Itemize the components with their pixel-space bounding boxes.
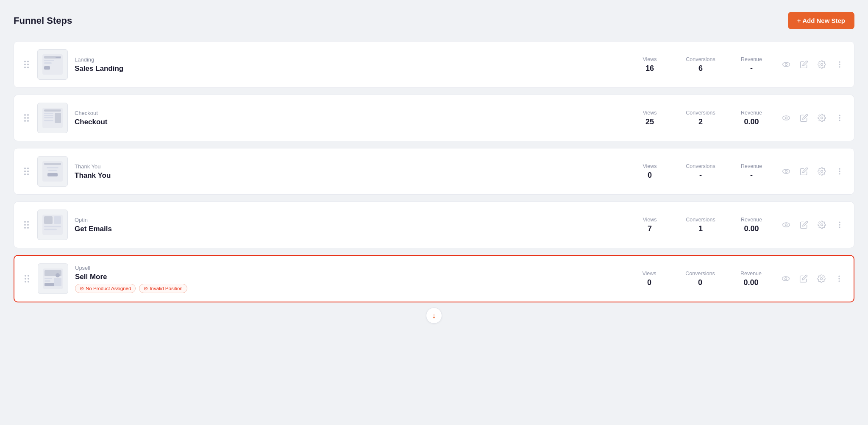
svg-point-31: [785, 171, 787, 173]
funnel-row-step-thankyou: Thank You Thank You Views 0 Conversions …: [14, 148, 854, 195]
views-label: Views: [643, 56, 657, 62]
views-label: Views: [643, 163, 657, 169]
svg-point-44: [839, 222, 840, 223]
revenue-stat: Revenue -: [734, 163, 768, 180]
edit-button[interactable]: [798, 220, 810, 230]
drag-handle[interactable]: [22, 59, 31, 70]
settings-button[interactable]: [816, 113, 828, 123]
svg-rect-40: [54, 216, 61, 224]
conversions-label: Conversions: [685, 271, 715, 277]
edit-button[interactable]: [798, 113, 810, 123]
svg-point-24: [839, 120, 840, 121]
warning-icon: ⊘: [80, 285, 84, 291]
views-value: 25: [645, 117, 654, 126]
svg-point-7: [785, 64, 787, 66]
more-button[interactable]: [833, 274, 845, 284]
revenue-stat: Revenue 0.00: [734, 110, 768, 126]
svg-point-42: [785, 224, 787, 226]
svg-point-23: [839, 117, 840, 118]
svg-point-43: [821, 224, 823, 226]
settings-button[interactable]: [815, 274, 827, 284]
view-button[interactable]: [780, 274, 792, 284]
view-button[interactable]: [780, 166, 792, 176]
row-actions: [780, 274, 845, 284]
add-new-step-button[interactable]: + Add New Step: [788, 12, 854, 29]
revenue-label: Revenue: [741, 56, 762, 62]
views-stat: Views 7: [633, 217, 667, 233]
more-button[interactable]: [834, 166, 846, 176]
svg-point-32: [821, 171, 823, 173]
more-button[interactable]: [834, 220, 846, 230]
svg-point-56: [821, 278, 823, 280]
settings-button[interactable]: [816, 166, 828, 176]
view-button[interactable]: [780, 113, 792, 123]
drag-handle[interactable]: [23, 273, 31, 284]
svg-rect-14: [44, 113, 53, 114]
row-actions: [780, 113, 846, 123]
svg-rect-13: [44, 109, 61, 112]
step-name: Get Emails: [75, 225, 626, 233]
drag-handle[interactable]: [22, 112, 31, 123]
svg-point-46: [839, 226, 840, 228]
revenue-stat: Revenue -: [734, 56, 768, 73]
stats-group: Views 0 Conversions - Revenue -: [633, 163, 768, 180]
revenue-stat: Revenue 0.00: [734, 217, 768, 233]
funnel-row-step-landing: Landing Sales Landing Views 16 Conversio…: [14, 41, 854, 88]
funnel-row-step-checkout: Checkout Checkout Views 25 Conversions 2…: [14, 95, 854, 141]
stats-group: Views 0 Conversions 0 Revenue 0.00: [632, 271, 768, 287]
step-type-label: Landing: [75, 56, 626, 63]
page-title: Funnel Steps: [14, 15, 72, 26]
step-thumbnail: [37, 210, 68, 240]
revenue-value: -: [750, 171, 753, 180]
more-button[interactable]: [834, 59, 846, 70]
view-button[interactable]: [780, 220, 792, 230]
scroll-down-button[interactable]: ↓: [426, 308, 442, 324]
svg-rect-15: [44, 115, 53, 116]
more-button[interactable]: [834, 113, 846, 123]
step-info: Checkout Checkout: [75, 110, 626, 126]
svg-point-54: [782, 277, 790, 281]
edit-button[interactable]: [798, 59, 810, 70]
conversions-label: Conversions: [686, 110, 715, 116]
badge-1: ⊘ Invalid Position: [139, 284, 187, 293]
views-label: Views: [643, 217, 657, 223]
settings-button[interactable]: [816, 220, 828, 230]
step-thumbnail: [37, 103, 68, 133]
svg-rect-2: [44, 60, 54, 61]
svg-rect-39: [44, 229, 57, 230]
views-label: Views: [643, 110, 657, 116]
edit-button[interactable]: [798, 274, 810, 284]
conversions-value: 6: [698, 64, 703, 73]
view-button[interactable]: [780, 59, 792, 70]
svg-rect-38: [44, 226, 61, 227]
svg-rect-51: [45, 283, 55, 286]
svg-rect-16: [44, 117, 53, 118]
step-thumbnail: [38, 263, 68, 294]
svg-point-22: [839, 115, 840, 116]
svg-rect-18: [55, 113, 61, 123]
conversions-value: 2: [698, 117, 703, 126]
svg-point-21: [821, 117, 823, 119]
svg-point-9: [839, 62, 840, 63]
conversions-value: 1: [698, 224, 703, 233]
drag-handle[interactable]: [22, 219, 31, 230]
svg-point-30: [783, 169, 790, 173]
svg-rect-28: [48, 170, 57, 171]
revenue-value: 0.00: [743, 278, 758, 287]
views-stat: Views 25: [633, 110, 667, 126]
conversions-stat: Conversions 1: [684, 217, 718, 233]
revenue-value: 0.00: [744, 117, 759, 126]
bottom-arrow-area: ↓: [14, 308, 854, 324]
svg-point-34: [839, 171, 840, 172]
revenue-label: Revenue: [741, 217, 762, 223]
views-value: 7: [648, 224, 652, 233]
stats-group: Views 25 Conversions 2 Revenue 0.00: [633, 110, 768, 126]
settings-button[interactable]: [816, 59, 828, 70]
svg-point-19: [783, 116, 790, 120]
edit-button[interactable]: [798, 166, 810, 176]
page-header: Funnel Steps + Add New Step: [14, 12, 854, 29]
revenue-stat: Revenue 0.00: [734, 271, 768, 287]
drag-handle[interactable]: [22, 166, 31, 177]
svg-point-8: [821, 64, 823, 66]
conversions-stat: Conversions -: [684, 163, 718, 180]
